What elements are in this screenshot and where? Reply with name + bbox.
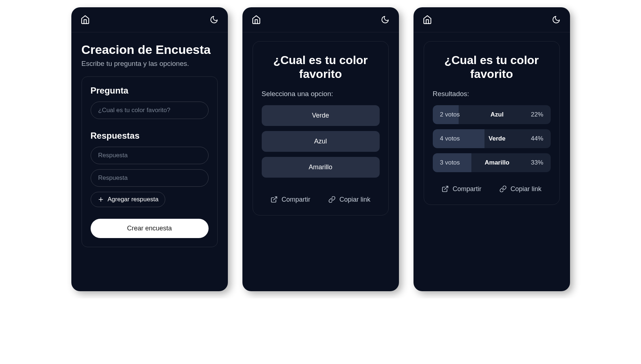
copy-link-button[interactable]: Copiar link (499, 185, 541, 193)
result-row: 4 votos Verde 44% (433, 129, 551, 148)
poll-card: ¿Cual es tu color favorito Selecciona un… (253, 41, 389, 215)
question-label: Pregunta (91, 86, 209, 96)
results-label: Resultados: (433, 90, 551, 98)
copy-link-button[interactable]: Copiar link (328, 196, 370, 203)
content: Creacion de Encuesta Escribe tu pregunta… (71, 32, 228, 291)
select-label: Selecciona una opcion: (262, 90, 380, 98)
header (414, 7, 570, 32)
result-row: 3 votos Amarillo 33% (433, 153, 551, 172)
result-pct: 33% (514, 159, 543, 166)
share-button[interactable]: Compartir (442, 185, 481, 193)
create-poll-button[interactable]: Crear encuesta (91, 219, 209, 238)
add-answer-label: Agregar respuesta (108, 196, 159, 203)
share-label: Compartir (452, 185, 481, 193)
moon-icon[interactable] (380, 15, 390, 25)
home-icon[interactable] (422, 15, 432, 25)
answers-label: Respuestas (91, 131, 209, 141)
result-row: 2 votos Azul 22% (433, 105, 551, 124)
page-subtitle: Escribe tu pregunta y las opciones. (82, 60, 218, 68)
result-label: Azul (480, 111, 514, 118)
results-list: 2 votos Azul 22% 4 votos Verde 44% 3 vot… (433, 105, 551, 172)
result-label: Verde (480, 135, 514, 142)
add-answer-button[interactable]: Agregar respuesta (91, 192, 166, 207)
footer-actions: Compartir Copiar link (262, 192, 380, 203)
poll-title: ¿Cual es tu color favorito (433, 53, 551, 81)
create-poll-screen: Creacion de Encuesta Escribe tu pregunta… (71, 7, 228, 291)
result-content: 3 votos Amarillo 33% (433, 159, 551, 166)
result-votes: 4 votos (440, 135, 480, 142)
moon-icon[interactable] (209, 15, 219, 25)
home-icon[interactable] (251, 15, 261, 25)
form-card: Pregunta Respuestas Agregar respuesta Cr… (82, 76, 218, 247)
result-label: Amarillo (480, 159, 514, 166)
result-content: 4 votos Verde 44% (433, 135, 551, 142)
question-input[interactable] (91, 102, 209, 119)
results-screen: ¿Cual es tu color favorito Resultados: 2… (414, 7, 570, 291)
poll-option[interactable]: Verde (262, 105, 380, 126)
moon-icon[interactable] (551, 15, 561, 25)
poll-title: ¿Cual es tu color favorito (262, 53, 380, 81)
poll-option[interactable]: Amarillo (262, 157, 380, 178)
page-title: Creacion de Encuesta (82, 43, 218, 57)
home-icon[interactable] (80, 15, 90, 25)
svg-line-2 (274, 197, 277, 200)
results-card: ¿Cual es tu color favorito Resultados: 2… (424, 41, 560, 205)
share-label: Compartir (281, 196, 310, 203)
copy-link-label: Copiar link (339, 196, 370, 203)
content: ¿Cual es tu color favorito Selecciona un… (242, 32, 399, 291)
result-votes: 3 votos (440, 159, 480, 166)
svg-line-3 (445, 186, 448, 190)
share-button[interactable]: Compartir (270, 196, 310, 203)
header (242, 7, 399, 32)
result-pct: 22% (514, 111, 543, 118)
result-votes: 2 votos (440, 111, 480, 118)
result-content: 2 votos Azul 22% (433, 111, 551, 118)
footer-actions: Compartir Copiar link (433, 182, 551, 193)
copy-link-label: Copiar link (510, 185, 541, 193)
content: ¿Cual es tu color favorito Resultados: 2… (414, 32, 570, 291)
answer-input[interactable] (91, 169, 209, 187)
result-pct: 44% (514, 135, 543, 142)
vote-screen: ¿Cual es tu color favorito Selecciona un… (242, 7, 399, 291)
poll-option[interactable]: Azul (262, 131, 380, 152)
answer-input[interactable] (91, 147, 209, 164)
header (71, 7, 228, 32)
